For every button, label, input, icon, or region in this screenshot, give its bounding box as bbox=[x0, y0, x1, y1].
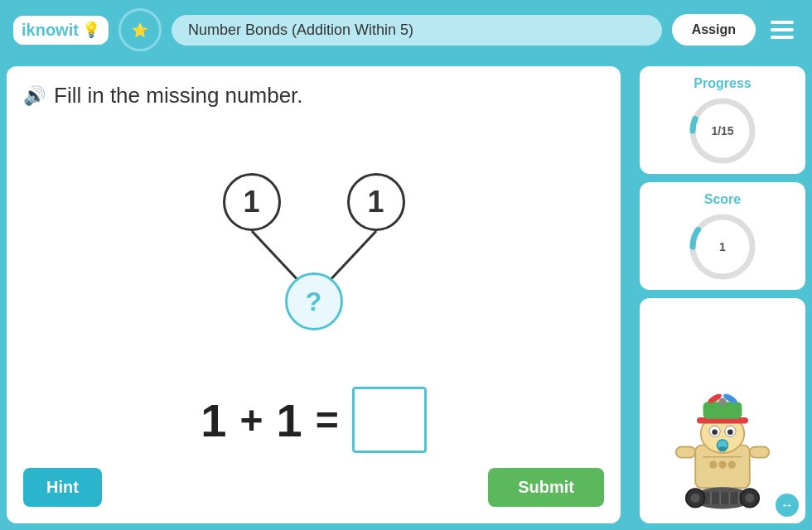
logo-text: iknowit bbox=[22, 21, 79, 40]
svg-rect-18 bbox=[718, 447, 726, 452]
menu-line-1 bbox=[771, 21, 794, 24]
robot-mascot bbox=[669, 391, 776, 515]
bond-node-top-right: 1 bbox=[347, 173, 405, 231]
svg-point-23 bbox=[718, 460, 726, 468]
menu-line-3 bbox=[771, 36, 794, 39]
submit-button[interactable]: Submit bbox=[488, 468, 604, 507]
svg-rect-20 bbox=[750, 447, 769, 458]
svg-point-36 bbox=[745, 494, 754, 503]
score-title: Score bbox=[704, 192, 741, 207]
bond-node-bottom: ? bbox=[285, 272, 343, 330]
svg-point-22 bbox=[709, 460, 717, 468]
bottom-buttons: Hint Submit bbox=[23, 468, 604, 507]
header: iknowit 💡 ⭐ Number Bonds (Addition Withi… bbox=[0, 0, 812, 60]
equation-operator: + bbox=[239, 398, 263, 443]
star-icon: ⭐ bbox=[132, 22, 148, 38]
bonds-diagram: 1 1 ? bbox=[23, 100, 604, 395]
progress-card: Progress 1/15 bbox=[640, 66, 805, 174]
star-circle: ⭐ bbox=[118, 8, 162, 51]
sidebar: Progress 1/15 Score 1 bbox=[640, 66, 805, 523]
mascot-card: ↔ bbox=[640, 298, 805, 523]
score-circle: 1 bbox=[689, 214, 756, 280]
answer-input[interactable] bbox=[352, 387, 427, 453]
logo-bulb-icon: 💡 bbox=[82, 21, 100, 39]
svg-point-10 bbox=[718, 398, 726, 405]
hint-button[interactable]: Hint bbox=[23, 468, 102, 507]
menu-button[interactable] bbox=[766, 16, 799, 44]
menu-line-2 bbox=[771, 28, 794, 31]
main-area: 🔊 Fill in the missing number. 1 1 ? 1 + bbox=[0, 60, 812, 530]
bond-node-top-left: 1 bbox=[223, 173, 281, 231]
panel-divider bbox=[629, 66, 631, 523]
equation-equals: = bbox=[316, 398, 339, 443]
logo: iknowit 💡 bbox=[13, 16, 109, 45]
svg-rect-19 bbox=[676, 447, 695, 458]
expand-icon[interactable]: ↔ bbox=[776, 494, 799, 517]
score-label: 1 bbox=[719, 240, 726, 253]
svg-point-35 bbox=[691, 494, 700, 503]
progress-title: Progress bbox=[694, 76, 751, 91]
lesson-title: Number Bonds (Addition Within 5) bbox=[172, 15, 662, 46]
question-panel: 🔊 Fill in the missing number. 1 1 ? 1 + bbox=[7, 66, 621, 523]
progress-label: 1/15 bbox=[711, 124, 733, 137]
score-card: Score 1 bbox=[640, 182, 805, 290]
progress-circle: 1/15 bbox=[689, 98, 756, 164]
assign-button[interactable]: Assign bbox=[672, 14, 756, 46]
equation-num1: 1 bbox=[201, 393, 226, 447]
svg-point-16 bbox=[727, 429, 733, 435]
bonds-container: 1 1 ? bbox=[190, 157, 438, 339]
svg-point-15 bbox=[712, 429, 718, 435]
equation-num2: 1 bbox=[277, 393, 302, 447]
svg-point-24 bbox=[728, 460, 736, 468]
equation-area: 1 + 1 = bbox=[23, 387, 604, 453]
